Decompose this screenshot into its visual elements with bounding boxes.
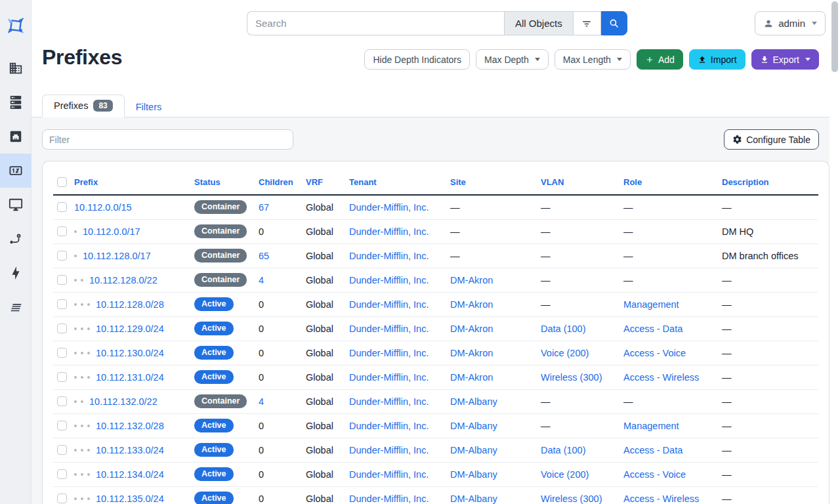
sidebar-item-power[interactable] [0,256,32,290]
row-checkbox[interactable] [57,251,67,261]
user-menu-button[interactable]: admin [755,11,826,35]
column-sort-role[interactable]: Role [623,177,642,187]
role-link[interactable]: Management [623,421,679,431]
prefix-link[interactable]: 10.112.132.0/28 [96,421,164,431]
tenant-link[interactable]: Dunder-Mifflin, Inc. [349,299,429,310]
site-link[interactable]: DM-Akron [450,372,493,383]
table-filter-input[interactable] [42,129,293,150]
max-length-button[interactable]: Max Length [555,49,631,70]
row-checkbox[interactable] [57,445,67,455]
tenant-link[interactable]: Dunder-Mifflin, Inc. [349,469,429,480]
global-search-input[interactable] [247,11,504,35]
site-link[interactable]: DM-Akron [450,275,493,285]
row-checkbox[interactable] [57,324,67,333]
configure-table-button[interactable]: Configure Table [724,129,819,150]
vlan-link[interactable]: Voice (200) [541,348,589,358]
role-link[interactable]: Access - Data [623,324,682,334]
prefix-link[interactable]: 10.112.128.0/17 [83,251,151,261]
column-sort-tenant[interactable]: Tenant [349,177,377,187]
prefix-link[interactable]: 10.112.135.0/24 [96,494,164,504]
sidebar-item-circuits[interactable] [0,222,32,256]
prefix-link[interactable]: 10.112.0.0/17 [83,226,140,237]
column-sort-vrf[interactable]: VRF [306,177,323,187]
site-link[interactable]: DM-Albany [450,396,497,407]
column-sort-children[interactable]: Children [259,177,293,187]
tenant-link[interactable]: Dunder-Mifflin, Inc. [349,421,429,431]
row-checkbox[interactable] [57,396,67,406]
tenant-link[interactable]: Dunder-Mifflin, Inc. [349,324,429,334]
sidebar-item-customization[interactable] [0,290,32,324]
column-sort-site[interactable]: Site [450,177,466,187]
vlan-link[interactable]: Wireless (300) [541,372,602,383]
prefix-link[interactable]: 10.112.0.0/15 [74,202,132,213]
prefix-link[interactable]: 10.112.132.0/22 [89,396,158,407]
tenant-link[interactable]: Dunder-Mifflin, Inc. [349,202,429,213]
column-sort-prefix[interactable]: Prefix [74,177,98,187]
site-link[interactable]: DM-Albany [450,469,497,480]
site-link[interactable]: DM-Albany [450,494,497,504]
search-submit-button[interactable] [601,11,627,35]
sidebar-item-devices[interactable] [0,85,32,119]
tenant-link[interactable]: Dunder-Mifflin, Inc. [349,251,429,261]
prefix-link[interactable]: 10.112.133.0/24 [96,445,164,455]
row-checkbox[interactable] [57,421,67,430]
role-link[interactable]: Access - Voice [623,348,686,358]
tenant-link[interactable]: Dunder-Mifflin, Inc. [349,226,429,237]
role-link[interactable]: Management [623,299,679,310]
tenant-link[interactable]: Dunder-Mifflin, Inc. [349,372,429,383]
tenant-link[interactable]: Dunder-Mifflin, Inc. [349,275,429,285]
vlan-link[interactable]: Voice (200) [541,469,589,480]
children-count-link[interactable]: 65 [259,251,269,261]
tenant-link[interactable]: Dunder-Mifflin, Inc. [349,348,429,358]
search-filter-button[interactable] [573,11,601,35]
site-link[interactable]: DM-Albany [450,421,497,431]
prefix-link[interactable]: 10.112.128.0/28 [96,299,164,310]
row-checkbox[interactable] [57,348,67,358]
site-link[interactable]: DM-Akron [450,299,493,310]
site-link[interactable]: DM-Albany [450,445,497,455]
children-count-link[interactable]: 67 [259,202,269,213]
row-checkbox[interactable] [57,226,67,236]
sidebar-item-organization[interactable] [0,51,32,85]
netbox-logo[interactable] [0,0,32,51]
children-count-link[interactable]: 4 [259,396,264,407]
sidebar-item-connections[interactable] [0,119,32,154]
vlan-link[interactable]: Wireless (300) [541,494,602,504]
search-scope-button[interactable]: All Objects [504,11,573,35]
row-checkbox[interactable] [57,494,67,503]
sidebar-item-virtualization[interactable] [0,188,32,222]
role-link[interactable]: Access - Voice [623,469,686,480]
column-sort-vlan[interactable]: VLAN [541,177,564,187]
prefix-link[interactable]: 10.112.128.0/22 [89,275,158,285]
import-button[interactable]: Import [689,49,746,70]
row-checkbox[interactable] [57,372,67,382]
vlan-link[interactable]: Data (100) [541,324,586,334]
role-link[interactable]: Access - Wireless [623,372,699,383]
vlan-link[interactable]: Data (100) [541,445,586,455]
row-checkbox[interactable] [57,469,67,479]
children-count-link[interactable]: 4 [259,275,264,285]
tab-filters[interactable]: Filters [125,97,173,117]
row-checkbox[interactable] [57,275,67,285]
tab-prefixes[interactable]: Prefixes 83 [42,94,125,117]
row-checkbox[interactable] [57,299,67,309]
prefix-link[interactable]: 10.112.131.0/24 [96,372,164,383]
select-all-checkbox[interactable] [57,177,67,187]
tenant-link[interactable]: Dunder-Mifflin, Inc. [349,396,429,407]
max-depth-button[interactable]: Max Depth [476,49,549,70]
role-link[interactable]: Access - Wireless [623,494,699,504]
hide-depth-indicators-button[interactable]: Hide Depth Indicators [364,49,470,70]
tenant-link[interactable]: Dunder-Mifflin, Inc. [349,445,429,455]
export-button[interactable]: Export [751,49,819,70]
row-checkbox[interactable] [57,202,67,212]
site-link[interactable]: DM-Akron [450,348,493,358]
role-link[interactable]: Access - Data [623,445,682,455]
tenant-link[interactable]: Dunder-Mifflin, Inc. [349,494,429,504]
add-button[interactable]: Add [637,49,683,70]
column-sort-description[interactable]: Description [722,177,769,187]
prefix-link[interactable]: 10.112.134.0/24 [96,469,164,480]
sidebar-item-ipam[interactable] [0,154,32,188]
prefix-link[interactable]: 10.112.130.0/24 [96,348,164,358]
scrollbar-thumb[interactable] [831,1,838,72]
site-link[interactable]: DM-Akron [450,324,493,334]
